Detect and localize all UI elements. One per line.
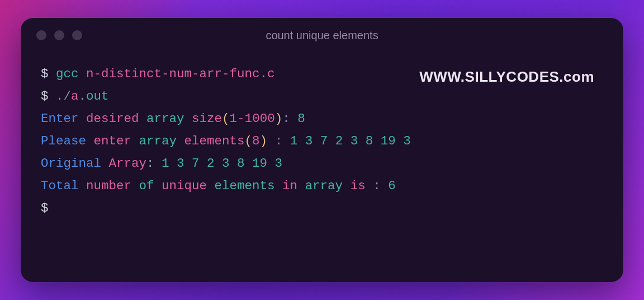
title-bar: count unique elements xyxy=(21,18,623,53)
terminal-line: Original Array: 1 3 7 2 3 8 19 3 xyxy=(41,152,603,175)
number: 1000 xyxy=(245,111,275,126)
paren: ) xyxy=(275,111,283,126)
output-word: in xyxy=(282,179,305,193)
file-ext: c xyxy=(267,67,275,81)
colon: : xyxy=(146,156,162,171)
output-word: array xyxy=(305,179,351,193)
dot: . xyxy=(260,67,268,81)
user-input: 8 xyxy=(297,111,305,126)
space xyxy=(267,134,275,148)
prompt-symbol: $ xyxy=(41,201,56,215)
colon: : xyxy=(373,179,388,193)
terminal-line: Please enter array elements(8) : 1 3 7 2… xyxy=(41,130,603,152)
executable: a xyxy=(71,89,79,104)
watermark: WWW.SILLYCODES.com xyxy=(419,64,594,90)
window-title: count unique elements xyxy=(21,29,623,42)
output-word: Please xyxy=(41,134,94,148)
output-word: desired xyxy=(86,111,146,126)
output-word: array xyxy=(139,134,184,148)
output-word: Original xyxy=(41,156,109,171)
output-word: enter xyxy=(94,134,139,148)
output-word: is xyxy=(351,179,373,193)
prompt-symbol: $ xyxy=(41,89,56,104)
executable-ext: out xyxy=(86,89,109,104)
output-word: array xyxy=(146,111,192,126)
terminal-line: $ xyxy=(41,197,603,219)
terminal-line: Enter desired array size(1-1000): 8 xyxy=(41,107,603,130)
minimize-icon[interactable] xyxy=(54,30,64,40)
output-word: Array xyxy=(109,156,147,171)
terminal-body[interactable]: WWW.SILLYCODES.com $ gcc n-distinct-num-… xyxy=(21,53,623,282)
dot: . xyxy=(79,89,87,104)
paren: ( xyxy=(245,134,253,148)
dot: . xyxy=(56,89,64,104)
output-word: elements xyxy=(184,134,245,148)
output-word: unique xyxy=(162,179,215,193)
paren: ( xyxy=(222,111,230,126)
terminal-window: count unique elements WWW.SILLYCODES.com… xyxy=(21,18,623,282)
output-word: number xyxy=(86,179,139,193)
output-word: size xyxy=(192,111,222,126)
number: 8 xyxy=(252,134,260,148)
prompt-symbol: $ xyxy=(41,67,56,81)
close-icon[interactable] xyxy=(36,30,46,40)
output-word: elements xyxy=(215,179,283,193)
window-controls xyxy=(36,30,82,40)
output-word: Enter xyxy=(41,111,86,126)
maximize-icon[interactable] xyxy=(72,30,82,40)
colon: : xyxy=(275,134,290,148)
output-word: Total xyxy=(41,179,86,193)
user-input: 1 3 7 2 3 8 19 3 xyxy=(290,134,411,148)
filename: n-distinct-num-arr-func xyxy=(86,67,260,81)
dash: - xyxy=(237,111,245,126)
output-word: of xyxy=(139,179,162,193)
terminal-line: Total number of unique elements in array… xyxy=(41,175,603,197)
paren: ) xyxy=(260,134,268,148)
number: 1 xyxy=(230,111,238,126)
array-values: 1 3 7 2 3 8 19 3 xyxy=(162,156,282,171)
command: gcc xyxy=(56,67,86,81)
result-value: 6 xyxy=(388,179,396,193)
slash: / xyxy=(64,89,72,104)
colon: : xyxy=(282,111,297,126)
